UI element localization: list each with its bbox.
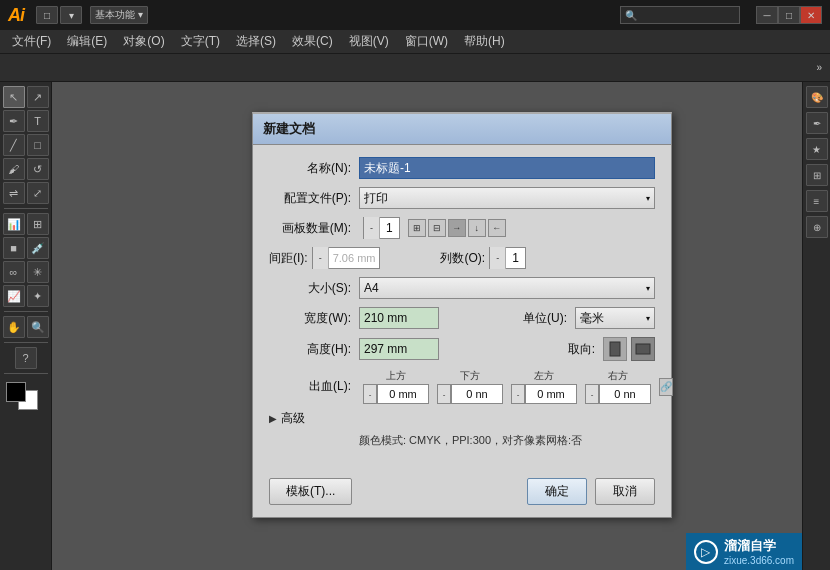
select-tool[interactable]: ↖ <box>3 86 25 108</box>
bleed-top-label: 上方 <box>386 369 406 383</box>
ok-button[interactable]: 确定 <box>527 478 587 505</box>
bleed-top-decrement[interactable]: - <box>363 384 377 404</box>
columns-decrement-btn[interactable]: - <box>490 247 506 269</box>
bleed-right-group: 右方 - <box>585 369 651 404</box>
landscape-btn[interactable] <box>631 337 655 361</box>
units-label: 单位(U): <box>523 310 575 327</box>
bleed-top-input[interactable] <box>377 384 429 404</box>
bleed-right-input[interactable] <box>599 384 651 404</box>
grid-by-row-btn[interactable]: ⊞ <box>408 219 426 237</box>
menu-edit[interactable]: 编辑(E) <box>59 31 115 53</box>
basic-function-dropdown[interactable]: 基本功能 ▾ <box>90 6 148 24</box>
watermark-icon: ▷ <box>694 540 718 564</box>
units-select[interactable]: 毫米 ▾ <box>575 307 655 329</box>
blend-tools-row: ∞ ✳ <box>3 261 49 283</box>
arrange-icon[interactable]: ▾ <box>60 6 82 24</box>
brush-tool[interactable]: 🖌 <box>3 158 25 180</box>
name-label: 名称(N): <box>269 160 359 177</box>
footer-left: 模板(T)... <box>269 478 527 505</box>
width-units-row: 宽度(W): 单位(U): 毫米 ▾ <box>269 307 655 329</box>
brush-tools-row: 🖌 ↺ <box>3 158 49 180</box>
grid-by-col-btn[interactable]: ⊟ <box>428 219 446 237</box>
bleed-row: 出血(L): 上方 - 下方 - <box>269 369 655 404</box>
artboard-decrement-btn[interactable]: - <box>364 217 380 239</box>
search-bar[interactable]: 🔍 <box>620 6 740 24</box>
bleed-bottom-input[interactable] <box>451 384 503 404</box>
new-document-dialog: 新建文档 名称(N): 配置文件(P): 打印 ▾ <box>252 112 672 518</box>
rotate-tool[interactable]: ↺ <box>27 158 49 180</box>
new-doc-icon[interactable]: □ <box>36 6 58 24</box>
profile-label: 配置文件(P): <box>269 190 359 207</box>
symbol-panel-btn[interactable]: ★ <box>806 138 828 160</box>
bleed-lock-btn[interactable]: 🔗 <box>659 378 673 396</box>
menu-text[interactable]: 文字(T) <box>173 31 228 53</box>
bleed-right-decrement[interactable]: - <box>585 384 599 404</box>
minimize-button[interactable]: ─ <box>756 6 778 24</box>
graph-tool[interactable]: 📊 <box>3 213 25 235</box>
bleed-left-input[interactable] <box>525 384 577 404</box>
toolbar-arrow-icon[interactable]: » <box>812 60 826 75</box>
size-value: A4 <box>364 281 379 295</box>
cancel-button[interactable]: 取消 <box>595 478 655 505</box>
align-panel-btn[interactable]: ≡ <box>806 190 828 212</box>
menu-object[interactable]: 对象(O) <box>115 31 172 53</box>
ai-logo-icon: Ai <box>8 5 24 26</box>
artboard-row: 画板数量(M): - 1 ⊞ ⊟ → ↓ ← <box>269 217 655 239</box>
gradient-tool[interactable]: ■ <box>3 237 25 259</box>
zoom-tool[interactable]: 🔍 <box>27 316 49 338</box>
window-controls: ─ □ ✕ <box>756 6 822 24</box>
blend-tool[interactable]: ∞ <box>3 261 25 283</box>
menu-file[interactable]: 文件(F) <box>4 31 59 53</box>
type-tool[interactable]: T <box>27 110 49 132</box>
arrange-right-btn[interactable]: → <box>448 219 466 237</box>
help-tool[interactable]: ? <box>15 347 37 369</box>
bleed-left-decrement[interactable]: - <box>511 384 525 404</box>
symbol-tool[interactable]: ✳ <box>27 261 49 283</box>
rect-tool[interactable]: □ <box>27 134 49 156</box>
bleed-bottom-label: 下方 <box>460 369 480 383</box>
line-tool[interactable]: ╱ <box>3 134 25 156</box>
arrange-down-btn[interactable]: ↓ <box>468 219 486 237</box>
direct-select-tool[interactable]: ↗ <box>27 86 49 108</box>
bleed-bottom-decrement[interactable]: - <box>437 384 451 404</box>
magic-wand-tool[interactable]: ✦ <box>27 285 49 307</box>
width-input[interactable] <box>359 307 439 329</box>
transform-panel-btn[interactable]: ⊕ <box>806 216 828 238</box>
mesh-tool[interactable]: ⊞ <box>27 213 49 235</box>
color-panel-btn[interactable]: 🎨 <box>806 86 828 108</box>
colormode-info: 颜色模式: CMYK，PPI:300，对齐像素网格:否 <box>269 433 655 448</box>
left-toolbox: ↖ ↗ ✒ T ╱ □ 🖌 ↺ ⇌ ⤢ 📊 ⊞ ■ 💉 ∞ ✳ <box>0 82 52 570</box>
dialog-titlebar: 新建文档 <box>253 114 671 145</box>
maximize-button[interactable]: □ <box>778 6 800 24</box>
interval-decrement-btn[interactable]: - <box>313 247 329 269</box>
profile-select[interactable]: 打印 ▾ <box>359 187 655 209</box>
mirror-tool[interactable]: ⇌ <box>3 182 25 204</box>
name-input[interactable] <box>359 157 655 179</box>
portrait-btn[interactable] <box>603 337 627 361</box>
size-select[interactable]: A4 ▾ <box>359 277 655 299</box>
arrange-left-btn[interactable]: ← <box>488 219 506 237</box>
scale-tool[interactable]: ⤢ <box>27 182 49 204</box>
menu-select[interactable]: 选择(S) <box>228 31 284 53</box>
brush-panel-btn[interactable]: ✒ <box>806 112 828 134</box>
eyedrop-tool[interactable]: 💉 <box>27 237 49 259</box>
height-input[interactable] <box>359 338 439 360</box>
menu-effect[interactable]: 效果(C) <box>284 31 341 53</box>
menu-help[interactable]: 帮助(H) <box>456 31 513 53</box>
menu-view[interactable]: 视图(V) <box>341 31 397 53</box>
column-tool[interactable]: 📈 <box>3 285 25 307</box>
menubar: 文件(F) 编辑(E) 对象(O) 文字(T) 选择(S) 效果(C) 视图(V… <box>0 30 830 54</box>
interval-group: 间距(I): - 7.06 mm <box>269 247 380 269</box>
menu-window[interactable]: 窗口(W) <box>397 31 456 53</box>
advanced-row[interactable]: ▶ 高级 <box>269 410 655 427</box>
foreground-color[interactable] <box>6 382 26 402</box>
size-row: 大小(S): A4 ▾ <box>269 277 655 299</box>
height-orientation-row: 高度(H): 取向: <box>269 337 655 361</box>
template-button[interactable]: 模板(T)... <box>269 478 352 505</box>
hand-tool[interactable]: ✋ <box>3 316 25 338</box>
height-label: 高度(H): <box>269 341 359 358</box>
graphic-panel-btn[interactable]: ⊞ <box>806 164 828 186</box>
close-button[interactable]: ✕ <box>800 6 822 24</box>
pen-tool[interactable]: ✒ <box>3 110 25 132</box>
orientation-btns <box>603 337 655 361</box>
